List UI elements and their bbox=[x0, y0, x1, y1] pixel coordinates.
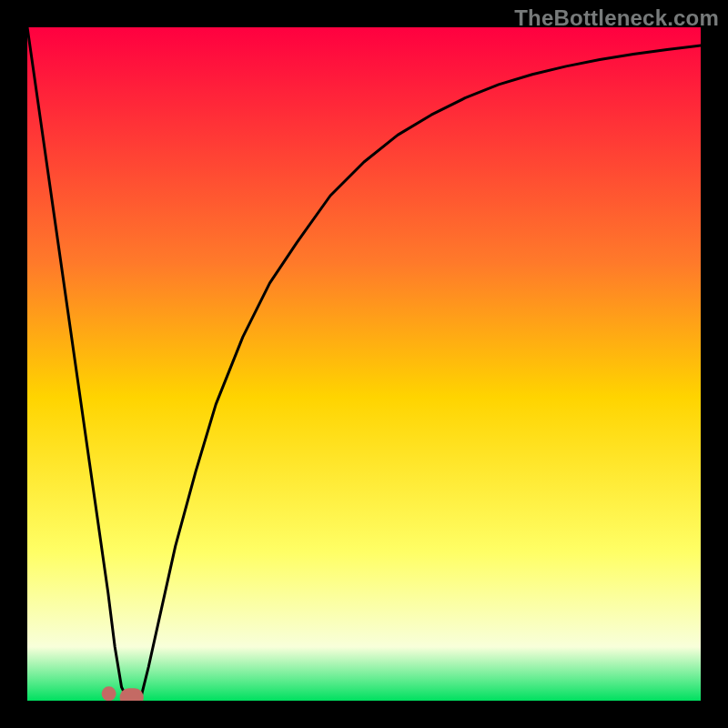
gradient-background bbox=[27, 27, 701, 701]
marker-dot bbox=[102, 686, 116, 701]
chart-svg bbox=[27, 27, 701, 701]
plot-area bbox=[27, 27, 701, 701]
marker-capsule bbox=[120, 688, 144, 701]
chart-frame: TheBottleneck.com bbox=[0, 0, 728, 728]
